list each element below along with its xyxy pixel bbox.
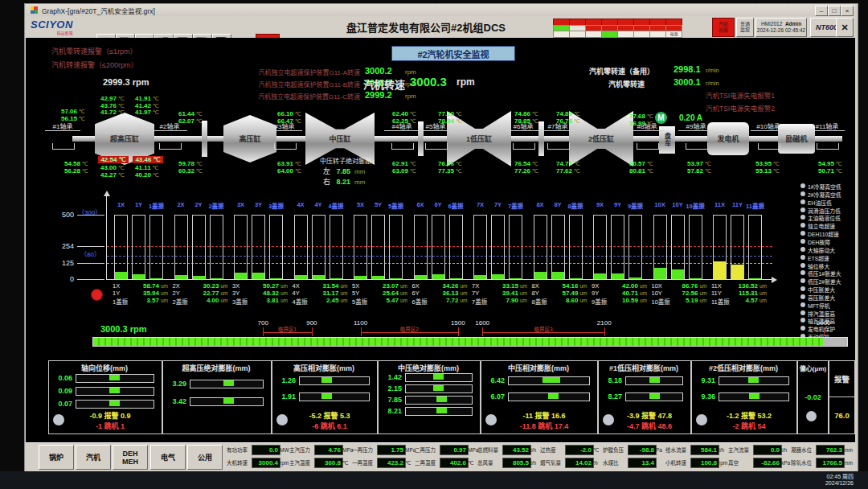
temp-unit: ℃ — [572, 111, 580, 117]
temp-unit: ℃ — [454, 111, 462, 117]
bearing-bracket-5 — [425, 143, 448, 150]
temp-unit: ℃ — [530, 111, 538, 117]
maximize-button[interactable]: □ — [828, 6, 841, 16]
chart-bar-outline — [114, 215, 128, 279]
vibration-value: 48.32 — [250, 290, 279, 297]
temp-unit: ℃ — [194, 118, 203, 124]
vibration-value: 22.77 — [190, 290, 219, 297]
process-field-value: 0.0 — [252, 445, 280, 455]
mode-box[interactable]: 普通 监控 — [736, 18, 754, 37]
panel-alarm-row: -0.9 报警 0.9 — [63, 410, 158, 421]
temp-unit: ℃ — [645, 168, 653, 174]
nav-button-2[interactable]: 汽机 — [76, 445, 111, 470]
nav-button-5[interactable]: 公用 — [187, 445, 223, 470]
vibration-value-label: 3盖振 — [232, 297, 252, 306]
temp-unit: ℃ — [117, 103, 125, 109]
chart-bar-outline — [569, 215, 583, 279]
process-field-value: 43.52 — [502, 445, 531, 455]
nav-button-label: 电气 — [161, 454, 175, 462]
process-field-unit: t/h — [530, 447, 536, 453]
temp-unit: ℃ — [772, 168, 780, 174]
process-field-value: -82.66 — [753, 458, 782, 468]
temp-unit: ℃ — [408, 111, 416, 117]
chart-bar-fill — [270, 278, 282, 280]
vibration-value-label: 11Y — [711, 290, 731, 297]
bearing-temp-bottom: 64.00 ℃ — [277, 167, 301, 175]
alarm-grid-cell[interactable] — [553, 31, 570, 38]
vibration-value-unit: um — [760, 298, 767, 303]
vibration-value-unit: um — [341, 283, 348, 289]
temp-unit: ℃ — [454, 168, 462, 174]
ip-right-unit: mm — [354, 179, 365, 186]
process-field-unit: mm — [844, 460, 853, 466]
alarm-grid-cell[interactable] — [601, 31, 618, 38]
bearing-label-11: #11轴承 — [809, 121, 845, 131]
bearing-temp-top: 41.97 ℃ — [135, 109, 159, 116]
panel-bar-marker — [436, 397, 447, 402]
status-circle — [800, 199, 805, 204]
exit-button[interactable]: ✕ — [836, 18, 854, 37]
vibration-value-unit: um — [280, 298, 288, 303]
nav-button-3[interactable]: DEHMEH — [113, 445, 148, 470]
chart-bar-fill — [570, 278, 582, 280]
alarm-grid-cell[interactable] — [569, 31, 586, 38]
temp-unit: ℃ — [408, 168, 416, 174]
plant-title: 盘江普定发电有限公司#2机组DCS — [321, 19, 530, 35]
vibration-value-unit: um — [161, 298, 168, 303]
chart-bar-fill — [150, 278, 162, 280]
status-label: ETS超速 — [808, 254, 829, 262]
chart-bar-fill — [690, 278, 702, 280]
chart-bar-outline — [414, 215, 428, 279]
tsi-alarm-1: 汽机TSI电源失电报警1 — [706, 90, 775, 100]
panel-status-circle — [485, 414, 497, 425]
alarm-grid[interactable]: 电源 — [553, 18, 683, 35]
minimize-button[interactable]: – — [815, 6, 828, 16]
alarm-grid-cell[interactable] — [649, 31, 666, 38]
alarm-grid-cell[interactable] — [617, 31, 634, 38]
turbine-screen-button[interactable]: 汽机 画面 — [712, 18, 735, 37]
panel-bar-value: 1.42 — [379, 373, 402, 381]
panel-title: #2低压相对膨胀(mm) — [691, 363, 796, 373]
vibration-value-unit: um — [700, 283, 707, 289]
temp-unit: ℃ — [117, 172, 125, 178]
status-label: 低压1#胀差大 — [808, 269, 841, 277]
nav-button-4[interactable]: 电气 — [150, 445, 186, 470]
panel-bar-value: 2.15 — [379, 384, 402, 392]
taskbar-clock[interactable]: 02:45 周四 2024/12/26 — [825, 474, 854, 487]
chart-bar-label: 3盖振 — [264, 201, 288, 210]
bearing-label-3: #3轴承 — [267, 121, 302, 131]
panel-status-circle — [53, 414, 64, 425]
vibration-alarm-dot[interactable] — [91, 289, 103, 301]
vibration-value-unit: um — [400, 298, 407, 303]
ip-left-label: 左 — [323, 167, 330, 175]
vibration-value-unit: um — [221, 283, 228, 289]
process-field-value: 1.75 — [377, 445, 406, 455]
alarm-grid-cell[interactable] — [585, 31, 602, 38]
status-label: EH油压低 — [808, 199, 832, 207]
speed-tick-label: 3000 — [813, 319, 835, 327]
process-field-label: 总风量 — [477, 458, 502, 468]
temp-unit: ℃ — [703, 168, 711, 174]
bearing-bracket-9 — [686, 143, 708, 150]
overspeed-label-0: 汽机独立电超速保护装置G11-A转速 — [165, 68, 360, 76]
process-field-value: 762.3 — [816, 445, 845, 455]
nav-button-1[interactable]: 锅炉 — [39, 445, 74, 470]
bearing-temp-bottom: 50.71 ℃ — [818, 167, 842, 175]
vibration-value-label: 4盖振 — [293, 297, 312, 306]
panel-bar-marker — [548, 393, 559, 399]
alarm-grid-cell[interactable]: 电源 — [665, 31, 682, 38]
vibration-value-label: 6盖振 — [412, 297, 432, 306]
vibration-value-unit: um — [280, 290, 288, 296]
panel-status-circle — [696, 414, 707, 425]
panel-bar-marker — [649, 377, 660, 383]
coupling-1 — [202, 121, 207, 157]
panel-bar-value: 0.06 — [50, 374, 72, 382]
status-circle — [800, 247, 805, 252]
close-button[interactable]: × — [841, 6, 854, 16]
chart-bar-outline — [294, 215, 308, 279]
bearing-label-9: #9轴承 — [678, 121, 714, 131]
temp-alarm-cell: 43.46 ℃ — [133, 156, 163, 163]
alarm-grid-cell[interactable] — [633, 31, 650, 38]
status-circle — [800, 255, 805, 260]
vibration-value-label: 5Y — [352, 290, 371, 297]
